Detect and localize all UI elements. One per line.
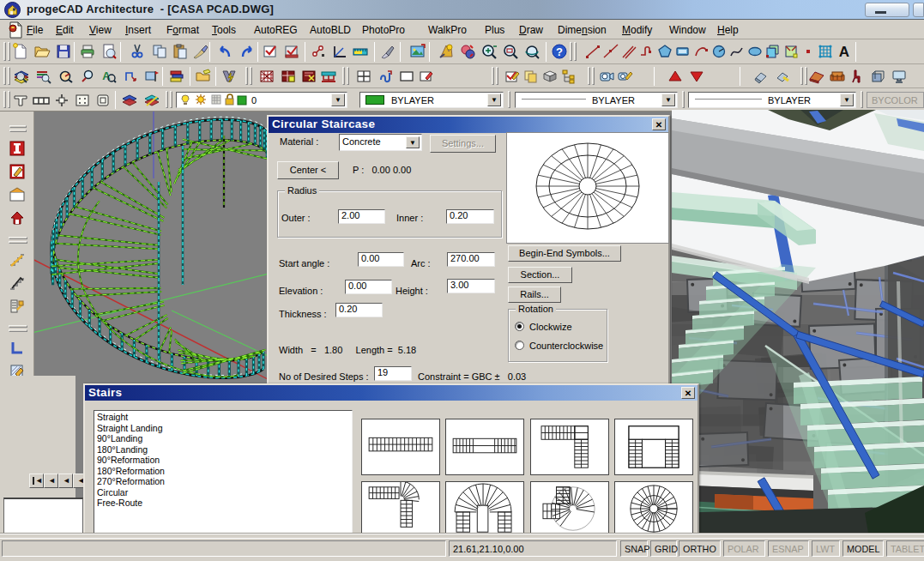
svg-text:?: ? — [556, 45, 563, 58]
svg-text:A: A — [839, 44, 849, 60]
